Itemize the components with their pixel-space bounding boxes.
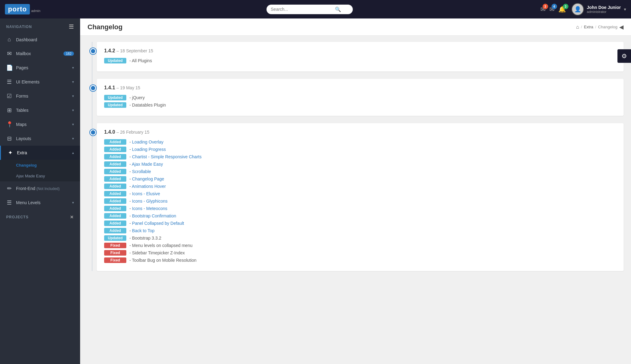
search-input[interactable] — [271, 7, 332, 12]
sidebar-label-pages: Pages — [16, 65, 68, 70]
entry-text: - Icons - Meteocons — [129, 206, 167, 211]
changelog-card-142: 1.4.2 – 18 September 15 Updated - All Pl… — [97, 42, 624, 71]
search-box[interactable]: 🔍 — [267, 5, 353, 14]
extra-chevron-icon: ▴ — [72, 151, 74, 155]
settings-fab-button[interactable]: ⚙ — [617, 49, 631, 63]
badge-updated: Updated — [104, 235, 126, 241]
message-notification-button[interactable]: ✉ 4 — [549, 6, 555, 13]
badge-added: Added — [104, 154, 126, 160]
sidebar-item-mailbox[interactable]: ✉ Mailbox 182 — [0, 47, 80, 61]
badge-fixed: Fixed — [104, 257, 126, 263]
sidebar-collapse-icon[interactable]: ◀ — [619, 24, 624, 30]
entry-text: - Changelog Page — [129, 176, 164, 181]
badge-added: Added — [104, 206, 126, 211]
entry-140-bootstrap-332: Updated - Bootstrap 3.3.2 — [104, 235, 616, 241]
entry-text: - Back to Top — [129, 228, 154, 233]
entry-text: - Icons - Glyphicons — [129, 199, 168, 204]
timeline-dot-140 — [90, 129, 96, 135]
badge-added: Added — [104, 220, 126, 226]
topbar-center: 🔍 — [79, 5, 540, 14]
topbar: porto admin 🔍 ✉ 3 ✉ 4 🔔 3 👤 — [0, 0, 631, 18]
frontend-icon: ✏ — [6, 185, 12, 192]
entry-142-1: Updated - All Plugins — [104, 58, 616, 63]
menu-levels-icon: ☰ — [6, 199, 12, 206]
link-bootstrap-confirmation[interactable]: Bootstrap Confirmation — [132, 213, 176, 218]
link-icons-glyphicons[interactable]: Icons - Glyphicons — [132, 199, 168, 204]
link-back-to-top[interactable]: Back to Top — [132, 228, 155, 233]
entry-text: - All Plugins — [129, 58, 152, 63]
link-changelog-page[interactable]: Changelog Page — [132, 176, 164, 181]
link-loading-overlay[interactable]: Loading Overlay — [132, 140, 164, 144]
changelog-section-140: 1.4.0 – 26 February 15 Added - Loading O… — [97, 123, 624, 271]
sidebar-item-menu-levels[interactable]: ☰ Menu Levels ▾ — [0, 196, 80, 210]
user-name: John Doe Junior — [587, 5, 621, 10]
link-icons-meteocons[interactable]: Icons - Meteocons — [132, 206, 167, 211]
projects-close-button[interactable]: ✕ — [70, 215, 74, 220]
link-panel-collapsed[interactable]: Panel Collapsed by Default — [132, 221, 184, 226]
entry-140-loading-progress: Added - Loading Progress — [104, 147, 616, 152]
content-area: Changelog ⌂ / Extra / Changelog ◀ 1.4. — [80, 18, 631, 364]
changelog-section-142: 1.4.2 – 18 September 15 Updated - All Pl… — [97, 42, 624, 71]
logo-subtitle: admin — [31, 9, 40, 13]
breadcrumb-extra[interactable]: Extra — [584, 25, 593, 29]
sidebar-item-layouts[interactable]: ⊟ Layouts ▾ — [0, 131, 80, 146]
entry-140-animations-hover: Added - Animations Hover — [104, 184, 616, 189]
extra-icon: ✦ — [7, 149, 13, 156]
entry-141-1: Updated - jQuery — [104, 95, 616, 100]
search-icon: 🔍 — [335, 6, 341, 12]
maps-chevron-icon: ▾ — [72, 122, 74, 127]
entry-text: - Chartist - Simple Responsive Charts — [129, 154, 202, 159]
entry-140-fix-menu: Fixed - Menu levels on collapsed menu — [104, 243, 616, 248]
changelog-container: 1.4.2 – 18 September 15 Updated - All Pl… — [88, 42, 624, 271]
badge-fixed: Fixed — [104, 243, 126, 248]
user-info: John Doe Junior administrator — [587, 5, 621, 14]
breadcrumb-current: Changelog — [598, 25, 617, 29]
sidebar: Navigation ☰ ⌂ Dashboard ✉ Mailbox 182 📄… — [0, 18, 80, 364]
sidebar-item-dashboard[interactable]: ⌂ Dashboard — [0, 33, 80, 47]
mailbox-icon: ✉ — [6, 50, 12, 57]
entry-text: - Panel Collapsed by Default — [129, 221, 184, 226]
sidebar-item-pages[interactable]: 📄 Pages ▾ — [0, 61, 80, 75]
badge-added: Added — [104, 169, 126, 174]
entry-text: - Loading Overlay — [129, 140, 164, 144]
link-ajax[interactable]: Ajax Made Easy — [132, 162, 163, 167]
breadcrumb: ⌂ / Extra / Changelog ◀ — [576, 24, 624, 30]
link-chartist[interactable]: Chartist - Simple Responsive Charts — [132, 154, 202, 159]
link-scrollable[interactable]: Scrollable — [132, 169, 151, 174]
user-role: administrator — [587, 10, 621, 14]
entry-140-bootstrap-confirmation: Added - Bootstrap Confirmation — [104, 213, 616, 219]
main-layout: Navigation ☰ ⌂ Dashboard ✉ Mailbox 182 📄… — [0, 18, 631, 364]
link-loading-progress[interactable]: Loading Progress — [132, 147, 166, 152]
entry-140-ajax: Added - Ajax Made Easy — [104, 161, 616, 167]
sidebar-sub-ajax-made-easy[interactable]: Ajax Made Easy — [0, 171, 80, 181]
avatar: 👤 — [572, 3, 584, 15]
user-menu[interactable]: 👤 John Doe Junior administrator ▾ — [572, 3, 626, 15]
alert-badge: 3 — [563, 4, 568, 9]
sidebar-item-forms[interactable]: ☑ Forms ▾ — [0, 89, 80, 103]
user-menu-chevron-icon: ▾ — [624, 7, 626, 12]
entry-text: - Toolbar Bug on Mobile Resolution — [129, 258, 197, 263]
sidebar-item-maps[interactable]: 📍 Maps ▾ — [0, 117, 80, 131]
badge-updated: Updated — [104, 58, 126, 63]
timeline-line — [92, 42, 92, 271]
topbar-right: ✉ 3 ✉ 4 🔔 3 👤 John Doe Junior administra… — [540, 3, 626, 15]
link-icons-elusive[interactable]: Icons - Elusive — [132, 191, 160, 196]
sidebar-toggle-button[interactable]: ☰ — [69, 23, 74, 30]
mail-notification-button[interactable]: ✉ 3 — [540, 6, 546, 13]
logo-area: porto admin — [5, 4, 79, 14]
sidebar-sub-changelog[interactable]: Changelog — [0, 160, 80, 171]
sidebar-item-ui-elements[interactable]: ☰ UI Elements ▾ — [0, 75, 80, 89]
breadcrumb-home-icon[interactable]: ⌂ — [576, 24, 579, 30]
sidebar-item-extra[interactable]: ✦ Extra ▴ — [0, 146, 80, 160]
page-title: Changelog — [88, 23, 123, 31]
alert-notification-button[interactable]: 🔔 3 — [558, 6, 566, 13]
tables-chevron-icon: ▾ — [72, 108, 74, 112]
link-animations-hover[interactable]: Animations Hover — [132, 184, 166, 189]
sidebar-item-tables[interactable]: ⊞ Tables ▾ — [0, 103, 80, 117]
layouts-icon: ⊟ — [6, 135, 12, 142]
entry-140-icons-glyphicons: Added - Icons - Glyphicons — [104, 198, 616, 204]
changelog-card-140: 1.4.0 – 26 February 15 Added - Loading O… — [97, 123, 624, 271]
sidebar-item-frontend[interactable]: ✏ Front-End (Not Included) — [0, 181, 80, 196]
entry-140-back-to-top: Added - Back to Top — [104, 228, 616, 233]
gear-icon: ⚙ — [621, 52, 627, 60]
